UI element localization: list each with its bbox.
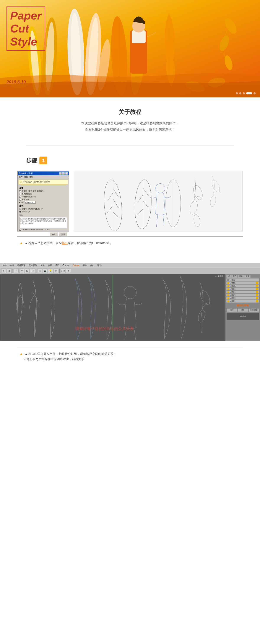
tab-assets[interactable]: 资产 — [231, 275, 237, 278]
close-btn[interactable]: × — [65, 172, 68, 175]
caption-text-rest: 路径，保存格式为ILLustrator 8 。 — [68, 241, 113, 245]
tool-extra1[interactable]: 240 — [61, 268, 65, 273]
menu-motion2[interactable]: 运动图形 — [27, 263, 39, 268]
tool-obj[interactable]: □ — [37, 268, 42, 273]
step2-divider — [17, 347, 243, 347]
layer-item-1[interactable]: L5 空子 — [226, 278, 259, 281]
svg-point-28 — [207, 76, 226, 88]
c4d-viewport[interactable]: 调整好每个路径的前后的公共关系 ★ 主视图 — [0, 274, 225, 341]
tool-select[interactable]: ↖ — [14, 268, 19, 273]
hero-dot-3[interactable] — [243, 92, 245, 94]
menu-render[interactable]: 渲染 — [54, 263, 61, 268]
svg-point-13 — [128, 21, 149, 96]
menu-corona[interactable]: Corona — [61, 263, 71, 268]
layer-swatch-3 — [256, 285, 258, 287]
hero-title-block: Paper Cut Style — [7, 6, 45, 51]
checkbox-3[interactable] — [19, 196, 21, 198]
layer-label-6: L0 路径 — [230, 294, 235, 296]
dialog-title: Illustrator 选项 — [19, 172, 33, 175]
step2-caption-line2: 让他们在之后的操作中有明暗对比，前后关系 — [17, 357, 243, 362]
layer-item-3[interactable]: L5 底色 — [226, 284, 259, 287]
layer-item-4[interactable]: L0 路径 — [226, 288, 259, 290]
checkbox-4[interactable] — [19, 199, 21, 200]
tool-cam[interactable]: 📷 — [43, 268, 48, 273]
layer-item-5[interactable]: L0 路径 — [226, 290, 259, 294]
option-label-3: √ 转换为 路径（J） — [22, 196, 37, 198]
menu-plugin[interactable]: 插件 — [81, 263, 88, 268]
sidebar-group-label: 路径分好组 — [226, 304, 259, 307]
section-options: 选项 — [19, 204, 67, 207]
tab-l0[interactable]: L0 — [226, 275, 231, 278]
hero-dot-2[interactable] — [239, 92, 241, 94]
layer-swatch-2 — [256, 282, 258, 284]
hero-title-border: Paper Cut Style — [7, 6, 45, 51]
tab-settings[interactable]: 设置 — [244, 275, 250, 278]
step1-section: 步骤 1 Illustrator 选项 _ □ × 文件 对象 — [0, 152, 260, 252]
layer-color-4 — [227, 288, 229, 290]
tool-mat[interactable]: ◈ — [54, 268, 58, 273]
step1-caption: ▲ ▲ 选好自己想做的图，在AI拓出路径，保存格式为ILLustrator 8 … — [17, 240, 243, 246]
tab-render[interactable]: 渲染 — [238, 275, 244, 278]
menu-edit[interactable]: 编辑 — [8, 263, 15, 268]
step1-illustrator-dialog: Illustrator 选项 _ □ × 文件 对象 类型 ⚠ 了解其他 — [17, 171, 69, 232]
hero-dot-4[interactable] — [246, 92, 252, 94]
layer-swatch-6 — [256, 294, 258, 296]
hero-dot-5[interactable] — [253, 92, 256, 94]
svg-point-6 — [44, 22, 56, 91]
checkbox-2[interactable] — [19, 193, 21, 195]
menu-motion[interactable]: 运动图形 — [16, 263, 27, 268]
layer-item-2[interactable]: L5 树根 — [226, 282, 259, 284]
c4d-annotation-text: 调整好每个路径的前后的公共关系 — [75, 326, 134, 331]
cancel-button[interactable]: 取消 — [59, 232, 67, 236]
maximize-btn[interactable]: □ — [62, 172, 65, 175]
tool-btn-y[interactable]: Y — [1, 268, 6, 273]
layer-color-5 — [227, 291, 229, 293]
checkbox-1[interactable] — [19, 190, 21, 192]
layer-label-4: L0 路径 — [230, 288, 235, 290]
menu-octane[interactable]: Octane — [71, 263, 81, 268]
caption2-text-line1: ▲ 在C4D里打开AI文件，把路径分好组，调整路径之间的前后关系， — [25, 352, 116, 356]
checkbox-final[interactable] — [19, 229, 21, 230]
radio-1[interactable] — [19, 208, 21, 210]
tool-light[interactable]: 💡 — [48, 268, 53, 273]
step1-label: 步骤 — [26, 157, 37, 164]
c4d-menubar: 文件 编辑 运动图形 运动图形 角色 动画 渲染 Corona Octane 插… — [0, 263, 260, 268]
c4d-wireframe-svg: 调整好每个路径的前后的公共关系 — [0, 274, 225, 341]
checkbox-final-label: √ 文允输出公离"分享导示个内容：10 px+" — [22, 229, 50, 231]
hero-banner: Paper Cut Style 2018.6.19 — [0, 0, 260, 98]
confirm-button[interactable]: 确定 — [50, 232, 58, 236]
menu-file[interactable]: 文件 — [1, 263, 8, 268]
c4d-screenshot: 文件 编辑 运动图形 运动图形 角色 动画 渲染 Corona Octane 插… — [0, 263, 260, 341]
minimize-btn[interactable]: _ — [59, 172, 62, 175]
tool-rotate[interactable]: ↺ — [30, 268, 35, 273]
tool-move[interactable]: ✛ — [19, 268, 24, 273]
svg-point-10 — [86, 17, 100, 91]
layer-label-8: L0 路径 — [230, 300, 235, 302]
dialog-body: 步骤 矢量图（支持 兼容 矩形路径） 条件路径 (Y) √ 转换为 路径（J） — [18, 185, 69, 232]
layer-item-8[interactable]: L0 路径 — [226, 300, 259, 302]
layer-color-8 — [227, 300, 229, 302]
layer-item-7[interactable]: L0 路径 — [226, 297, 259, 300]
version-input[interactable]: Illustrator 8 — [25, 201, 36, 204]
opt-row-1: 按输出（关于版式主系）(T) — [19, 208, 67, 210]
warning-textarea: 输入输出文件时选项中选项时如何做到的话,可以点击"从"确定要更新到 Illust… — [19, 217, 67, 228]
sketch-svg — [74, 171, 242, 231]
menu-edit: 对象 — [24, 176, 28, 178]
svg-line-25 — [147, 32, 156, 37]
tool-scale[interactable]: ⊞ — [25, 268, 30, 273]
menu-window[interactable]: 窗口 — [89, 263, 96, 268]
layer-label-3: L5 底色 — [230, 285, 235, 287]
svg-point-18 — [223, 16, 239, 36]
menu-anim[interactable]: 动画 — [46, 263, 53, 268]
hero-date: 2018.6.19 — [7, 80, 26, 84]
tool-extra2[interactable]: ▶ — [66, 268, 71, 273]
menu-help[interactable]: 帮助 — [96, 263, 103, 268]
illustrator-dialog-window: Illustrator 选项 _ □ × 文件 对象 类型 ⚠ 了解其他 — [17, 171, 69, 232]
svg-point-1 — [0, 80, 260, 98]
menu-char[interactable]: 角色 — [39, 263, 46, 268]
tool-btn-z[interactable]: Z — [7, 268, 12, 273]
svg-point-19 — [218, 34, 231, 52]
layer-item-6[interactable]: L0 路径 — [226, 294, 259, 296]
hero-dot-1[interactable] — [236, 92, 238, 94]
radio-2[interactable] — [19, 211, 21, 213]
